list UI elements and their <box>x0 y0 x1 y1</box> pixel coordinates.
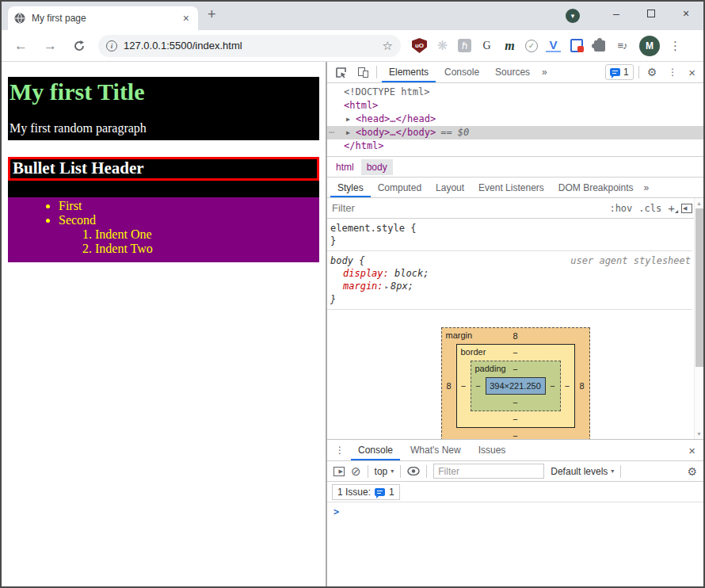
console-sidebar-icon[interactable]: ▶ <box>333 467 345 476</box>
scroll-up-icon[interactable]: ▲ <box>695 200 703 206</box>
dom-node-doctype[interactable]: <!DOCTYPE html> <box>327 86 703 99</box>
reload-button[interactable] <box>67 38 92 54</box>
back-button[interactable]: ← <box>8 36 34 55</box>
new-style-rule-button[interactable]: + <box>668 201 675 215</box>
inspect-element-icon[interactable] <box>332 67 350 78</box>
tab-search-button[interactable]: ▾ <box>566 9 580 23</box>
tab-event-listeners[interactable]: Event Listeners <box>471 178 551 197</box>
issue-counter-button[interactable]: 1 Issue: 1 <box>332 484 400 500</box>
tab-layout[interactable]: Layout <box>429 178 471 197</box>
check-extension-icon[interactable]: ✓ <box>525 40 538 52</box>
console-filter-input[interactable] <box>433 464 544 479</box>
tab-close-icon[interactable]: × <box>181 12 192 25</box>
dom-node-html-close[interactable]: </html> <box>327 139 703 153</box>
padding-right-value[interactable]: − <box>546 381 560 391</box>
dom-node-body-selected[interactable]: ⋯▶<body>…</body>== $0 <box>327 126 703 139</box>
page-info-icon[interactable]: i <box>106 40 117 52</box>
console-drawer-tabs: ⋮ Console What's New Issues × <box>327 440 703 461</box>
expand-arrow-icon[interactable]: ▶ <box>346 113 350 126</box>
profile-avatar[interactable]: M <box>639 36 660 56</box>
computed-sidebar-toggle-icon[interactable]: ◀ <box>681 204 692 213</box>
issues-counter-button[interactable]: 1 <box>605 64 634 80</box>
more-tabs-icon[interactable]: » <box>539 67 551 78</box>
devtools-settings-icon[interactable]: ⚙ <box>644 66 661 78</box>
breadcrumb-body[interactable]: body <box>361 159 393 175</box>
list-item: Indent Two <box>95 242 319 256</box>
black-strip <box>8 181 319 197</box>
brace: } <box>330 294 336 305</box>
padding-bottom-value[interactable]: − <box>471 395 560 410</box>
property-value: 8px; <box>391 281 413 292</box>
tab-dom-breakpoints[interactable]: DOM Breakpoints <box>551 178 641 197</box>
scroll-down-icon[interactable]: ▼ <box>695 431 703 437</box>
expand-arrow-icon[interactable]: ▶ <box>346 126 350 139</box>
breadcrumb-html[interactable]: html <box>330 159 360 175</box>
drawer-menu-icon[interactable]: ⋮ <box>332 445 348 456</box>
maximize-button[interactable] <box>634 2 669 25</box>
console-output[interactable]: > <box>327 502 703 586</box>
margin-left-value[interactable]: 8 <box>442 381 456 391</box>
forward-button[interactable]: → <box>37 36 63 55</box>
g-extension-icon[interactable]: G <box>479 38 494 53</box>
tab-sources[interactable]: Sources <box>488 62 537 82</box>
border-left-value[interactable]: − <box>457 381 471 391</box>
element-style-rule[interactable]: element.style { } <box>327 219 692 251</box>
css-property-display[interactable]: display: block; <box>330 267 691 280</box>
extensions-puzzle-icon[interactable] <box>592 38 607 53</box>
tab-whats-new[interactable]: What's New <box>403 440 468 460</box>
brace: { <box>410 223 416 234</box>
more-sidebar-tabs-icon[interactable]: » <box>641 182 653 193</box>
devtools-menu-icon[interactable]: ⋮ <box>665 67 680 78</box>
url-text[interactable]: 127.0.0.1:5500/index.html <box>124 40 376 52</box>
close-window-button[interactable]: × <box>669 2 703 25</box>
console-prompt-icon[interactable]: > <box>333 506 339 517</box>
border-bottom-value[interactable]: − <box>457 411 574 427</box>
clear-console-icon[interactable]: ⊘ <box>351 464 361 479</box>
console-settings-icon[interactable]: ⚙ <box>687 465 697 478</box>
tab-elements[interactable]: Elements <box>382 62 436 82</box>
box-model-margin: margin 8 8 border − − padding <box>441 327 590 439</box>
device-toolbar-icon[interactable] <box>355 67 372 78</box>
dom-node-head[interactable]: ▶<head>…</head> <box>327 113 703 126</box>
medium-extension-icon[interactable]: m <box>502 38 517 53</box>
margin-right-value[interactable]: 8 <box>575 381 589 391</box>
tab-styles[interactable]: Styles <box>330 178 371 197</box>
user-agent-body-rule[interactable]: body { user agent stylesheet display: bl… <box>327 251 692 310</box>
styles-filter-input[interactable] <box>332 202 603 214</box>
css-property-margin[interactable]: margin:▸8px; <box>330 280 691 293</box>
browser-tab[interactable]: My first page × <box>8 6 198 30</box>
devtools-panel: Elements Console Sources » 1 ⚙ ⋮ × <!DOC… <box>327 62 703 586</box>
property-name: margin: <box>343 281 383 292</box>
new-tab-button[interactable]: + <box>198 6 226 26</box>
ublock-extension-icon[interactable]: uO <box>412 38 427 53</box>
tab-console[interactable]: Console <box>437 62 486 82</box>
node-menu-dots-icon[interactable]: ⋯ <box>329 126 334 139</box>
chrome-menu-icon[interactable]: ⋮ <box>663 39 688 53</box>
box-model-content-size[interactable]: 394×221.250 <box>486 377 546 395</box>
toggle-hover-state-button[interactable]: :hov <box>609 203 632 214</box>
tab-computed[interactable]: Computed <box>371 178 429 197</box>
toggle-classes-button[interactable]: .cls <box>638 203 661 214</box>
address-bar[interactable]: i 127.0.0.1:5500/index.html ☆ <box>98 35 401 57</box>
expand-shorthand-icon[interactable]: ▸ <box>385 283 389 291</box>
hbar-extension-icon[interactable]: ℏ <box>458 39 471 52</box>
tab-drawer-console[interactable]: Console <box>351 440 400 460</box>
flower-extension-icon[interactable]: ❋ <box>435 38 450 53</box>
bookmark-star-icon[interactable]: ☆ <box>383 39 393 53</box>
tab-issues[interactable]: Issues <box>471 440 513 460</box>
live-expression-eye-icon[interactable] <box>407 467 420 475</box>
privacy-card-extension-icon[interactable] <box>569 38 584 53</box>
v-extension-icon[interactable]: V <box>546 39 561 52</box>
padding-left-value[interactable]: − <box>471 381 486 391</box>
styles-scrollbar[interactable]: ▲ ▼ <box>694 198 703 439</box>
margin-bottom-value[interactable]: − <box>442 428 589 439</box>
playlist-extension-icon[interactable]: ≡♪ <box>615 38 630 53</box>
border-right-value[interactable]: − <box>561 381 574 391</box>
log-levels-selector[interactable]: Default levels▾ <box>551 466 614 477</box>
execution-context-selector[interactable]: top▾ <box>375 466 394 477</box>
devtools-close-icon[interactable]: × <box>685 66 699 79</box>
scrollbar-thumb[interactable] <box>695 208 703 367</box>
minimize-button[interactable]: – <box>599 2 634 25</box>
drawer-close-icon[interactable]: × <box>685 444 699 457</box>
dom-node-html-open[interactable]: <html> <box>327 99 703 113</box>
